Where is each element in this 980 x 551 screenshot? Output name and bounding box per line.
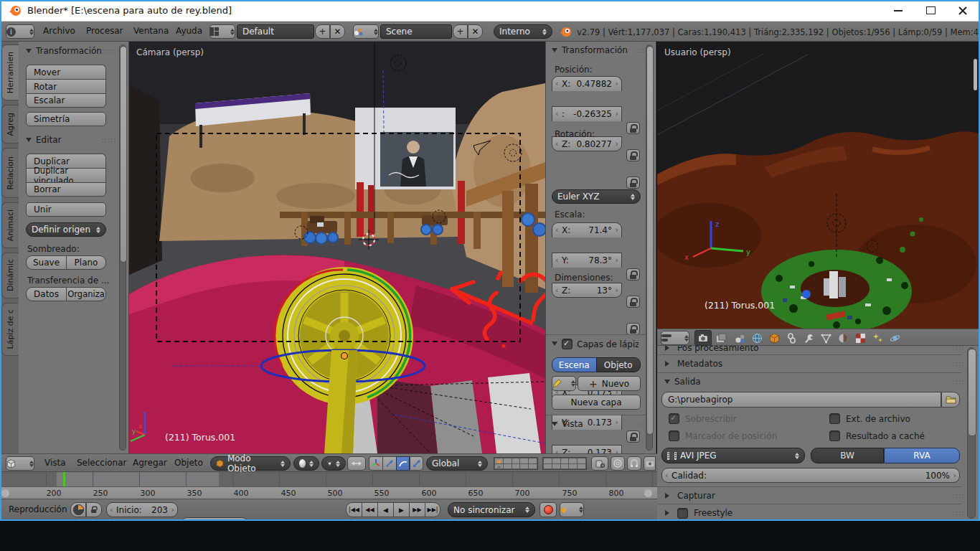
- gpencil-nuevo-button[interactable]: +Nuevo: [578, 376, 641, 391]
- panel-grip[interactable]: ::::: [953, 378, 964, 385]
- user-viewport-scrollbar[interactable]: [974, 59, 977, 90]
- calidad-slider[interactable]: Calidad:100%: [661, 468, 960, 483]
- mode-dropdown[interactable]: Modo Objeto: [210, 456, 291, 471]
- modifiers-tab[interactable]: [801, 331, 816, 344]
- shading-dropdown[interactable]: [293, 456, 319, 471]
- rva-toggle[interactable]: RVA: [884, 448, 960, 463]
- plano-button[interactable]: Plano: [66, 255, 106, 270]
- play-button[interactable]: ▶: [393, 502, 409, 517]
- jump-to-start-button[interactable]: |◀◀: [346, 502, 362, 517]
- posicion-y-field[interactable]: :-0.26325: [552, 106, 622, 121]
- timeline-ruler[interactable]: 200 250 300 350 400 450 500 550 600 650 …: [0, 486, 657, 499]
- object-tab[interactable]: [766, 331, 782, 344]
- manipulator-translate-button[interactable]: [369, 456, 382, 471]
- panel-header-transformacion-n[interactable]: Transformación::::: [550, 45, 648, 55]
- rotacion-z-field[interactable]: Z:13°: [552, 283, 622, 298]
- menu-agregar[interactable]: Agregar: [133, 458, 167, 468]
- editor-type-info-button[interactable]: i: [6, 24, 34, 39]
- panel-header-transformacion[interactable]: Transformación:::::: [24, 46, 116, 56]
- duplicar-vinculado-button[interactable]: Duplicar vinculado: [26, 168, 106, 182]
- manipulator-rotate-button[interactable]: [396, 456, 410, 471]
- menu-procesar[interactable]: Procesar: [86, 26, 123, 36]
- scene-browse-button[interactable]: [353, 24, 379, 39]
- proportional-edit-button[interactable]: [611, 456, 625, 471]
- mover-button[interactable]: Mover: [26, 65, 106, 79]
- panel-grip[interactable]: ::::: [953, 360, 964, 367]
- posicion-x-field[interactable]: X:0.47882: [552, 76, 622, 91]
- panel-header-metadatos[interactable]: Metadatos::::: [663, 357, 964, 370]
- timeline-region[interactable]: 200 250 300 350 400 450 500 550 600 650 …: [0, 472, 657, 499]
- snap-button[interactable]: [627, 456, 641, 471]
- panel-header-freestyle[interactable]: Freestyle::::: [663, 507, 964, 519]
- lock-time-button[interactable]: [86, 502, 102, 517]
- scene-delete-button[interactable]: ✕: [468, 24, 483, 39]
- borrar-button[interactable]: Borrar: [26, 182, 106, 197]
- tab-herramientas[interactable]: Herramien: [1, 44, 19, 100]
- panel-grip[interactable]: ::::: [953, 509, 964, 517]
- material-tab[interactable]: [835, 331, 851, 344]
- manipulator-move-button[interactable]: [382, 456, 396, 471]
- user-viewport[interactable]: zyx Usuario (persp) (211) Torus.001: [657, 42, 980, 329]
- resultado-checkbox[interactable]: [829, 430, 840, 441]
- scrollbar-thumb[interactable]: [120, 46, 127, 263]
- panel-grip[interactable]: :::::: [102, 47, 116, 55]
- tab-relaciones[interactable]: Relacion: [1, 148, 19, 198]
- camera-viewport[interactable]: yx Cámara (persp) (211) Torus.001: [129, 42, 545, 453]
- lock-escala-x[interactable]: [626, 430, 640, 443]
- resultado-row[interactable]: Resultado a caché: [829, 430, 925, 441]
- menu-ayuda[interactable]: Ayuda: [176, 26, 202, 36]
- menu-ventana[interactable]: Ventana: [133, 26, 169, 36]
- tool-shelf-scrollbar[interactable]: [119, 44, 126, 451]
- ext-archivo-row[interactable]: Ext. de archivo: [829, 413, 910, 424]
- data-tab[interactable]: [818, 331, 834, 344]
- minimize-button[interactable]: [884, 0, 913, 21]
- sobrescribir-checkbox[interactable]: [669, 413, 679, 424]
- layout-add-button[interactable]: +: [315, 24, 330, 39]
- manipulator-scale-button[interactable]: [410, 456, 423, 471]
- panel-header-vista[interactable]: Vista::::: [550, 419, 648, 429]
- render-engine-select[interactable]: Interno: [494, 24, 552, 39]
- rotation-mode-dropdown[interactable]: Euler XYZ: [552, 189, 641, 204]
- menu-vista[interactable]: Vista: [44, 458, 66, 468]
- editor-type-properties-button[interactable]: [661, 331, 689, 345]
- ext-archivo-checkbox[interactable]: [829, 413, 840, 424]
- lock-to-scene-button[interactable]: [591, 456, 608, 471]
- menu-objeto[interactable]: Objeto: [174, 458, 203, 468]
- objeto-toggle[interactable]: Objeto: [596, 357, 641, 372]
- lock-posicion-x[interactable]: [626, 122, 640, 134]
- properties-scrollbar[interactable]: [967, 347, 976, 519]
- constraints-tab[interactable]: [783, 331, 799, 344]
- editor-type-3dview-button[interactable]: [6, 456, 34, 471]
- physics-tab[interactable]: [887, 331, 903, 344]
- orientation-dropdown[interactable]: Global: [426, 456, 488, 471]
- file-format-dropdown[interactable]: AVI JPEG: [661, 448, 805, 463]
- keying-set-dropdown[interactable]: ◆: [560, 502, 584, 517]
- escalar-button[interactable]: Escalar: [26, 93, 106, 108]
- layout-browse-button[interactable]: [209, 24, 235, 39]
- pivot-dropdown[interactable]: [321, 456, 346, 471]
- world-tab[interactable]: [749, 331, 765, 344]
- lock-rotacion-y[interactable]: [626, 296, 640, 308]
- lock-rotacion-z[interactable]: [626, 323, 640, 335]
- definir-origen-dropdown[interactable]: Definir origen: [26, 222, 106, 237]
- rotar-button[interactable]: Rotar: [26, 79, 106, 93]
- scene-name-field[interactable]: Scene: [380, 24, 452, 39]
- gpencil-checkbox[interactable]: [562, 339, 573, 349]
- output-path-browse-button[interactable]: [941, 392, 960, 408]
- tab-animacion[interactable]: Animaci: [1, 202, 19, 248]
- marcador-row[interactable]: Marcador de posición: [669, 430, 777, 441]
- scene-tab[interactable]: [732, 331, 748, 344]
- bw-toggle[interactable]: BW: [811, 448, 884, 463]
- playhead[interactable]: [63, 472, 65, 486]
- panel-header-capas-lapiz[interactable]: Capas de lápiz d: [550, 339, 648, 349]
- pivot-align-button[interactable]: [347, 456, 366, 471]
- rotacion-x-field[interactable]: X:71.4°: [552, 222, 622, 237]
- scene-add-button[interactable]: +: [453, 24, 468, 39]
- panel-header-pos-procesamiento[interactable]: Pos procesamiento::::: [663, 346, 964, 354]
- record-button[interactable]: [540, 502, 557, 517]
- marcador-checkbox[interactable]: [669, 430, 679, 441]
- layout-delete-button[interactable]: ✕: [330, 24, 345, 39]
- tab-lapiz[interactable]: Lápiz de c: [1, 303, 19, 356]
- datos-button[interactable]: Datos: [26, 287, 66, 301]
- render-ogl-button[interactable]: [644, 456, 656, 471]
